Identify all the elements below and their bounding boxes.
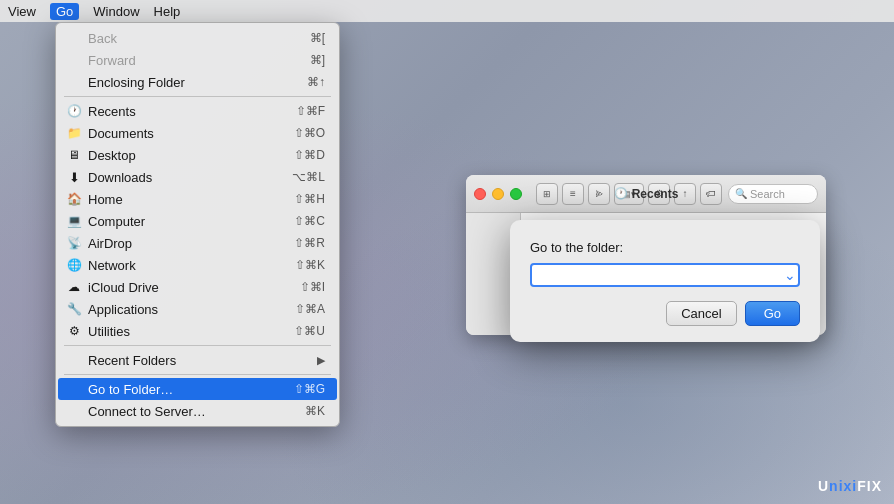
- menu-item-documents[interactable]: 📁 Documents ⇧⌘O: [56, 122, 339, 144]
- desktop-shortcut: ⇧⌘D: [294, 148, 325, 162]
- downloads-label: Downloads: [88, 170, 152, 185]
- connect-server-icon: [66, 403, 82, 419]
- goto-folder-label: Go to Folder…: [88, 382, 173, 397]
- applications-icon: 🔧: [66, 301, 82, 317]
- menu-item-icloud[interactable]: ☁ iCloud Drive ⇧⌘I: [56, 276, 339, 298]
- airdrop-icon: 📡: [66, 235, 82, 251]
- airdrop-label: AirDrop: [88, 236, 132, 251]
- menubar-go[interactable]: Go: [50, 3, 79, 20]
- documents-label: Documents: [88, 126, 154, 141]
- downloads-shortcut: ⌥⌘L: [292, 170, 325, 184]
- goto-folder-shortcut: ⇧⌘G: [294, 382, 325, 396]
- utilities-icon: ⚙: [66, 323, 82, 339]
- enclosing-shortcut: ⌘↑: [307, 75, 325, 89]
- network-label: Network: [88, 258, 136, 273]
- finder-title: 🕐 Recents: [466, 187, 826, 201]
- watermark-blue: nixi: [829, 478, 857, 494]
- back-icon: [66, 30, 82, 46]
- applications-shortcut: ⇧⌘A: [295, 302, 325, 316]
- watermark-prefix: U: [818, 478, 829, 494]
- recents-icon: 🕐: [66, 103, 82, 119]
- connect-server-label: Connect to Server…: [88, 404, 206, 419]
- utilities-shortcut: ⇧⌘U: [294, 324, 325, 338]
- recents-shortcut: ⇧⌘F: [296, 104, 325, 118]
- goto-folder-icon: [66, 381, 82, 397]
- connect-server-shortcut: ⌘K: [305, 404, 325, 418]
- recent-folders-label: Recent Folders: [88, 353, 176, 368]
- menu-item-back[interactable]: Back ⌘[: [56, 27, 339, 49]
- back-shortcut: ⌘[: [310, 31, 325, 45]
- menu-item-forward[interactable]: Forward ⌘]: [56, 49, 339, 71]
- computer-icon: 💻: [66, 213, 82, 229]
- menu-item-enclosing[interactable]: Enclosing Folder ⌘↑: [56, 71, 339, 93]
- back-label: Back: [88, 31, 117, 46]
- menubar: View Go Window Help: [0, 0, 894, 22]
- recents-title-icon: 🕐: [614, 187, 628, 200]
- menubar-window[interactable]: Window: [93, 4, 139, 19]
- submenu-arrow: ▶: [317, 354, 325, 367]
- enclosing-icon: [66, 74, 82, 90]
- network-shortcut: ⇧⌘K: [295, 258, 325, 272]
- applications-label: Applications: [88, 302, 158, 317]
- goto-dialog-buttons: Cancel Go: [530, 301, 800, 326]
- watermark: UnixiFIX: [818, 478, 882, 494]
- forward-label: Forward: [88, 53, 136, 68]
- home-label: Home: [88, 192, 123, 207]
- go-menu-dropdown: Back ⌘[ Forward ⌘] Enclosing Folder ⌘↑ 🕐…: [55, 22, 340, 427]
- documents-shortcut: ⇧⌘O: [294, 126, 325, 140]
- cancel-button[interactable]: Cancel: [666, 301, 736, 326]
- input-dropdown-arrow: ⌄: [784, 267, 796, 283]
- enclosing-label: Enclosing Folder: [88, 75, 185, 90]
- menu-item-desktop[interactable]: 🖥 Desktop ⇧⌘D: [56, 144, 339, 166]
- menu-item-goto-folder[interactable]: Go to Folder… ⇧⌘G: [58, 378, 337, 400]
- desktop-icon: 🖥: [66, 147, 82, 163]
- goto-folder-input[interactable]: [530, 263, 800, 287]
- watermark-suffix: FIX: [857, 478, 882, 494]
- menubar-help[interactable]: Help: [154, 4, 181, 19]
- separator-3: [64, 374, 331, 375]
- finder-titlebar: ⊞ ≡ ⫸ ▤▾ ⚙ ↑ 🏷 🕐 Recents 🔍 Search: [466, 175, 826, 213]
- forward-icon: [66, 52, 82, 68]
- goto-folder-dialog: Go to the folder: ⌄ Cancel Go: [510, 220, 820, 342]
- goto-dialog-label: Go to the folder:: [530, 240, 800, 255]
- menubar-view[interactable]: View: [8, 4, 36, 19]
- recent-folders-icon: [66, 352, 82, 368]
- forward-shortcut: ⌘]: [310, 53, 325, 67]
- network-icon: 🌐: [66, 257, 82, 273]
- desktop-label: Desktop: [88, 148, 136, 163]
- separator-1: [64, 96, 331, 97]
- goto-input-container: ⌄: [530, 263, 800, 287]
- separator-2: [64, 345, 331, 346]
- menu-item-recents[interactable]: 🕐 Recents ⇧⌘F: [56, 100, 339, 122]
- menu-item-downloads[interactable]: ⬇ Downloads ⌥⌘L: [56, 166, 339, 188]
- icloud-shortcut: ⇧⌘I: [300, 280, 325, 294]
- menu-item-connect-server[interactable]: Connect to Server… ⌘K: [56, 400, 339, 422]
- menu-item-home[interactable]: 🏠 Home ⇧⌘H: [56, 188, 339, 210]
- home-shortcut: ⇧⌘H: [294, 192, 325, 206]
- computer-shortcut: ⇧⌘C: [294, 214, 325, 228]
- downloads-icon: ⬇: [66, 169, 82, 185]
- recents-label: Recents: [88, 104, 136, 119]
- airdrop-shortcut: ⇧⌘R: [294, 236, 325, 250]
- finder-title-text: Recents: [632, 187, 679, 201]
- utilities-label: Utilities: [88, 324, 130, 339]
- menu-item-utilities[interactable]: ⚙ Utilities ⇧⌘U: [56, 320, 339, 342]
- menu-item-applications[interactable]: 🔧 Applications ⇧⌘A: [56, 298, 339, 320]
- menu-item-airdrop[interactable]: 📡 AirDrop ⇧⌘R: [56, 232, 339, 254]
- icloud-icon: ☁: [66, 279, 82, 295]
- go-button[interactable]: Go: [745, 301, 800, 326]
- menu-item-recent-folders[interactable]: Recent Folders ▶: [56, 349, 339, 371]
- computer-label: Computer: [88, 214, 145, 229]
- documents-icon: 📁: [66, 125, 82, 141]
- home-icon: 🏠: [66, 191, 82, 207]
- menu-item-computer[interactable]: 💻 Computer ⇧⌘C: [56, 210, 339, 232]
- menu-item-network[interactable]: 🌐 Network ⇧⌘K: [56, 254, 339, 276]
- icloud-label: iCloud Drive: [88, 280, 159, 295]
